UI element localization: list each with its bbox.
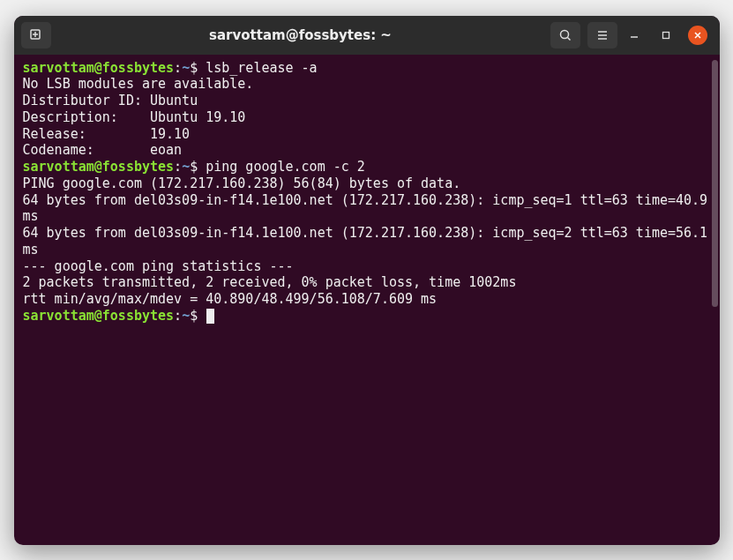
window-controls [625,26,713,45]
prompt-path: ~ [182,159,190,175]
output-line: PING google.com (172.217.160.238) 56(84)… [23,175,711,192]
prompt-user: sarvottam@fossbytes [23,159,175,175]
output-line: --- google.com ping statistics --- [23,258,711,275]
prompt-line: sarvottam@fossbytes:~$ lsb_release -a [23,60,711,77]
command-text: ping google.com -c 2 [198,159,365,175]
titlebar: sarvottam@fossbytes: ~ [14,16,720,55]
new-tab-icon [29,28,43,42]
svg-rect-2 [662,32,669,38]
command-text: lsb_release -a [198,60,317,76]
prompt-sep: : [174,60,182,76]
prompt-line: sarvottam@fossbytes:~$ [23,308,711,325]
prompt-path: ~ [182,60,190,76]
minimize-button[interactable] [625,26,644,45]
menu-button[interactable] [587,22,617,49]
prompt-dollar: $ [190,159,198,175]
prompt-path: ~ [182,308,190,324]
output-line: Distributor ID: Ubuntu [23,93,711,109]
output-line: 2 packets transmitted, 2 received, 0% pa… [23,274,711,291]
prompt-sep: : [174,308,182,324]
command-text [198,308,206,324]
prompt-user: sarvottam@fossbytes [23,60,175,76]
close-button[interactable] [688,26,707,45]
output-line: Description: Ubuntu 19.10 [23,109,711,126]
scrollbar[interactable] [712,60,718,307]
window-title: sarvottam@fossbytes: ~ [58,27,543,43]
search-icon [558,28,572,42]
prompt-user: sarvottam@fossbytes [23,308,175,324]
search-button[interactable] [550,22,580,49]
output-line: rtt min/avg/max/mdev = 40.890/48.499/56.… [23,291,711,308]
output-line: 64 bytes from del03s09-in-f14.1e100.net … [23,225,711,258]
maximize-icon [662,31,670,40]
prompt-dollar: $ [190,60,198,76]
maximize-button[interactable] [656,26,676,45]
prompt-line: sarvottam@fossbytes:~$ ping google.com -… [23,159,711,175]
new-tab-button[interactable] [21,22,51,49]
close-icon [693,31,702,40]
minimize-icon [630,31,639,40]
output-line: No LSB modules are available. [23,76,711,93]
terminal-window: sarvottam@fossbytes: ~ [14,16,720,545]
prompt-dollar: $ [190,308,198,324]
prompt-sep: : [174,159,182,175]
cursor [206,309,214,324]
output-line: Release: 19.10 [23,126,711,143]
output-line: Codename: eoan [23,142,711,159]
terminal-body[interactable]: sarvottam@fossbytes:~$ lsb_release -a No… [14,55,720,545]
svg-point-1 [560,30,568,38]
hamburger-icon [595,28,610,42]
output-line: 64 bytes from del03s09-in-f14.1e100.net … [23,192,711,226]
